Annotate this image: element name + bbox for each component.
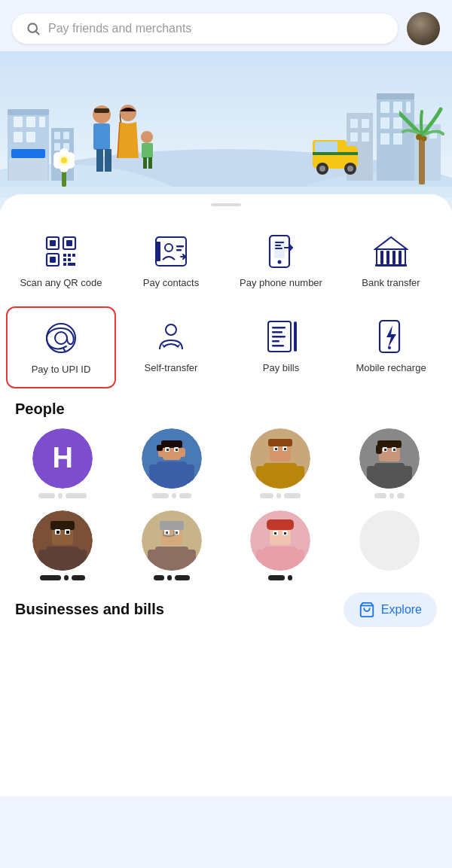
svg-rect-87 [176, 249, 182, 251]
svg-rect-77 [72, 254, 75, 257]
svg-rect-56 [419, 136, 425, 184]
svg-rect-165 [182, 550, 196, 566]
name-dot [389, 493, 394, 498]
bank-transfer-icon [371, 232, 411, 271]
action-pay-bills-label: Pay bills [263, 362, 299, 375]
action-pay-upi[interactable]: Pay to UPI ID [6, 306, 116, 388]
svg-rect-97 [392, 251, 396, 264]
person-avatar-7 [250, 510, 310, 571]
svg-rect-144 [367, 466, 380, 485]
svg-rect-91 [275, 245, 281, 246]
person-item-5[interactable] [12, 510, 114, 580]
person-item-1[interactable]: H [12, 428, 114, 498]
name-dot [288, 575, 292, 580]
svg-rect-10 [9, 158, 47, 181]
svg-rect-134 [291, 466, 304, 485]
svg-rect-72 [66, 240, 72, 246]
people-section-title: People [0, 394, 452, 428]
person-item-4[interactable] [339, 428, 441, 498]
svg-rect-121 [176, 449, 178, 451]
svg-rect-80 [63, 263, 66, 266]
action-pay-phone-label: Pay phone number [240, 277, 322, 290]
person-item-7[interactable] [230, 510, 331, 580]
svg-rect-123 [149, 464, 163, 483]
svg-rect-70 [50, 240, 56, 246]
name-dot [276, 493, 281, 498]
svg-point-52 [141, 131, 153, 143]
svg-point-85 [165, 244, 173, 251]
person-item-3[interactable] [230, 428, 331, 498]
svg-rect-142 [393, 449, 396, 451]
svg-rect-148 [50, 521, 75, 530]
svg-rect-55 [148, 157, 152, 169]
person-item-2[interactable] [121, 428, 223, 498]
person-avatar-8 [359, 510, 420, 571]
main-card: Scan any QR code Pay contacts [0, 194, 452, 796]
avatar[interactable] [407, 12, 440, 45]
person-avatar-5 [32, 510, 93, 571]
svg-rect-74 [50, 257, 56, 263]
action-scan-qr[interactable]: Scan any QR code [6, 221, 116, 300]
card-handle [211, 203, 241, 206]
action-mobile-recharge[interactable]: Mobile recharge [336, 306, 446, 388]
person-initial-1: H [53, 442, 73, 474]
search-icon [26, 21, 41, 36]
svg-rect-106 [272, 331, 282, 333]
svg-rect-22 [377, 93, 414, 99]
name-dot-dark [64, 575, 69, 580]
pay-contacts-icon [151, 232, 191, 271]
person-avatar-3 [250, 428, 310, 489]
svg-rect-17 [54, 132, 60, 139]
svg-rect-9 [11, 149, 45, 158]
action-grid-row1: Scan any QR code Pay contacts [0, 221, 452, 300]
svg-rect-75 [63, 254, 66, 257]
explore-label: Explore [381, 603, 422, 617]
person-name-3 [260, 493, 301, 498]
search-bar[interactable]: Pay friends and merchants [12, 14, 398, 44]
name-dot [172, 493, 176, 498]
svg-rect-120 [166, 449, 169, 451]
svg-rect-158 [160, 521, 184, 530]
person-name-7 [268, 575, 292, 580]
businesses-section: Businesses and bills Explore [0, 580, 452, 645]
svg-rect-99 [375, 264, 407, 266]
svg-point-102 [166, 324, 176, 335]
svg-rect-174 [256, 550, 270, 566]
action-self-transfer[interactable]: Self-transfer [116, 306, 226, 388]
svg-rect-117 [157, 445, 163, 451]
svg-rect-84 [156, 242, 160, 261]
svg-rect-175 [291, 550, 304, 566]
svg-rect-14 [14, 132, 23, 142]
pay-phone-icon [261, 232, 301, 271]
svg-point-57 [416, 134, 422, 140]
svg-rect-95 [380, 251, 383, 264]
explore-button[interactable]: Explore [344, 592, 437, 627]
name-bar [152, 493, 169, 498]
svg-rect-47 [93, 123, 110, 150]
action-pay-contacts[interactable]: Pay contacts [116, 221, 226, 300]
svg-rect-92 [275, 248, 282, 249]
action-pay-bills[interactable]: Pay bills [226, 306, 336, 388]
name-bar2 [284, 493, 301, 498]
shopping-bag-icon [359, 602, 375, 618]
person-item-6[interactable] [121, 510, 223, 580]
svg-rect-151 [56, 531, 60, 534]
action-pay-contacts-label: Pay contacts [143, 277, 199, 290]
svg-rect-145 [399, 466, 412, 485]
svg-line-1 [36, 32, 39, 35]
svg-rect-124 [181, 464, 194, 483]
hero-auto [309, 132, 369, 178]
person-avatar-4 [359, 428, 420, 489]
svg-point-45 [347, 166, 353, 172]
svg-rect-28 [380, 133, 389, 145]
person-item-8[interactable] [339, 510, 441, 580]
svg-rect-50 [94, 108, 109, 113]
svg-rect-131 [284, 448, 286, 450]
header: Pay friends and merchants [0, 0, 452, 51]
action-pay-phone[interactable]: Pay phone number [226, 221, 336, 300]
person-name-6 [154, 575, 190, 580]
action-bank-transfer[interactable]: Bank transfer [336, 221, 446, 300]
name-dot [58, 493, 63, 498]
svg-rect-35 [362, 119, 369, 128]
name-bar2 [179, 493, 191, 498]
